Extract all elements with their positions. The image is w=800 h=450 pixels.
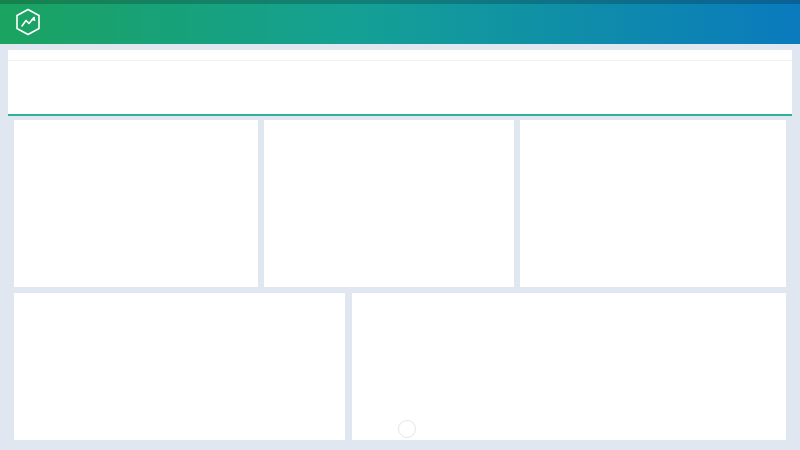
bar-yaxis-label-wrap [14, 313, 28, 414]
hebei-region-map[interactable] [14, 146, 258, 283]
more-button[interactable] [398, 420, 416, 438]
industry-donut-chart[interactable] [264, 146, 514, 283]
week-donut-title [520, 120, 786, 146]
dashboard [0, 0, 800, 450]
bar-chart-title [14, 293, 345, 319]
panel-week-donut [520, 120, 786, 287]
line-yaxis-label-wrap [352, 313, 366, 414]
city-bar-chart[interactable] [14, 319, 345, 440]
line-chart-hexagon-icon [14, 8, 42, 36]
panel-region-map [14, 120, 258, 287]
panel-industry-donut [264, 120, 514, 287]
month-line-chart[interactable] [352, 319, 786, 440]
filter-bar [8, 60, 792, 86]
industry-donut-title [264, 120, 514, 146]
map-title [14, 120, 258, 146]
week-donut-chart[interactable] [520, 146, 786, 283]
panel-city-bars [14, 293, 345, 440]
header-bar [0, 0, 800, 44]
business-background [8, 50, 792, 60]
intro-card [8, 50, 792, 116]
panel-month-lines [352, 293, 786, 440]
line-chart-title [352, 293, 786, 319]
